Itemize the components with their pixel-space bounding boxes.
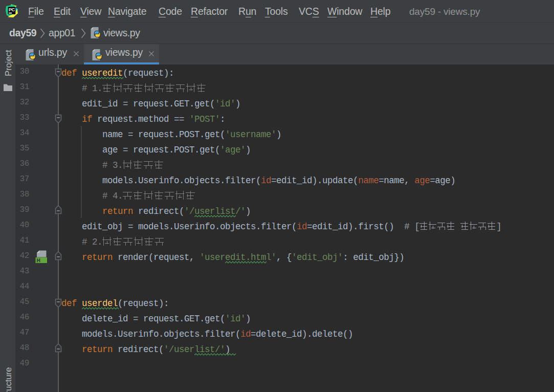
svg-text:PC: PC — [9, 7, 15, 12]
